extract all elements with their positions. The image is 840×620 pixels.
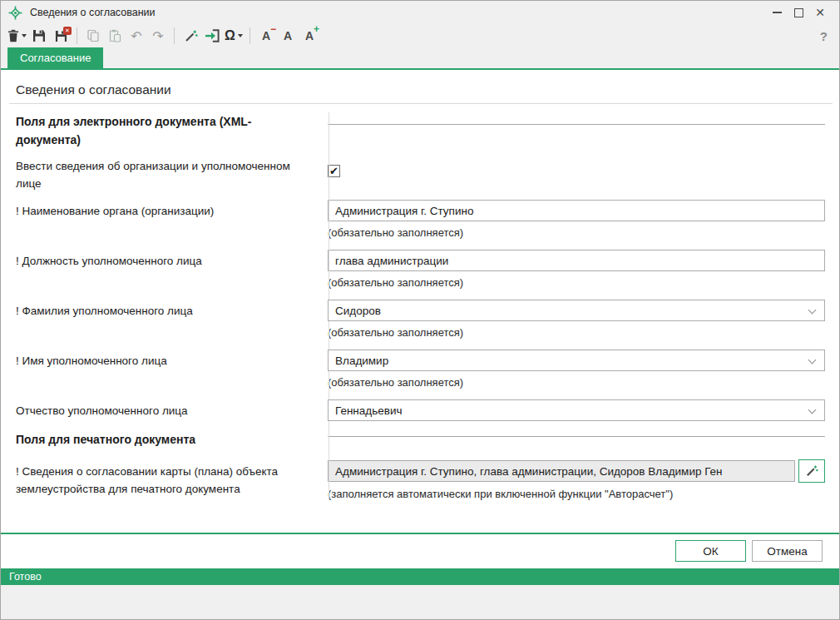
copy-icon [86, 29, 100, 42]
page-title: Сведения о согласовании [9, 82, 833, 104]
minimize-icon [773, 12, 782, 13]
dropdown-caret-icon [238, 34, 243, 37]
delete-button[interactable] [6, 25, 28, 47]
position-input[interactable] [328, 250, 825, 271]
section-separator-line [328, 436, 825, 437]
save-icon [32, 29, 46, 42]
help-button[interactable]: ? [820, 29, 828, 43]
magic-wand-icon [184, 29, 198, 43]
chevron-down-icon [808, 356, 817, 365]
toolbar: ✕ ↶ ↷ [1, 24, 839, 47]
toolbar-separator [174, 27, 175, 44]
paste-button-disabled[interactable] [104, 25, 126, 47]
patronymic-combobox[interactable]: Геннадьевич [328, 399, 825, 421]
field-label: Отчество уполномоченного лица [16, 399, 309, 419]
checkbox-label: Ввести сведения об организации и уполном… [16, 157, 309, 192]
font-decrease-button[interactable]: A− [255, 25, 277, 47]
autocalc-button[interactable] [798, 459, 825, 483]
import-button[interactable] [201, 25, 223, 47]
combobox-value: Владимир [335, 355, 388, 367]
content-area: Сведения о согласовании Поля для электро… [1, 70, 839, 533]
checkbox-row: Ввести сведения об организации и уполном… [1, 157, 839, 192]
save-and-close-button[interactable]: ✕ [50, 25, 72, 47]
field-caption: (обязательно заполняется) [328, 326, 825, 339]
font-increase-button[interactable]: A+ [299, 25, 320, 47]
close-icon: ✕ [815, 7, 825, 18]
title-bar: Сведения о согласовании ✕ [1, 1, 839, 24]
field-label: ! Фамилия уполномоченного лица [16, 300, 309, 320]
org-name-input[interactable] [328, 200, 825, 221]
magic-wand-icon [805, 464, 818, 478]
field-row-position: ! Должность уполномоченного лица (обязат… [1, 250, 839, 289]
chevron-down-icon [808, 306, 817, 315]
field-row-autofill: ! Сведения о согласовании карты (плана) … [1, 460, 839, 500]
maximize-icon [794, 8, 803, 17]
redo-button-disabled[interactable]: ↷ [147, 25, 169, 47]
field-label: ! Должность уполномоченного лица [16, 250, 309, 270]
paste-icon [108, 29, 121, 42]
minimize-button[interactable] [766, 3, 788, 22]
field-label: ! Наименование органа (организации) [16, 200, 309, 220]
undo-button-disabled[interactable]: ↶ [126, 25, 147, 47]
font-reset-icon: A [284, 29, 292, 42]
section2-title: Поля для печатного документа [16, 430, 309, 449]
autocalc-wand-button[interactable] [180, 25, 201, 47]
status-bar: Готово [1, 568, 839, 585]
field-row-surname: ! Фамилия уполномоченного лица Сидоров (… [1, 300, 839, 339]
checkmark-icon: ✔ [329, 166, 338, 176]
field-caption: (обязательно заполняется) [328, 226, 825, 239]
tab-bar: Согласование [1, 47, 839, 70]
toolbar-separator [77, 27, 77, 44]
field-label: ! Сведения о согласовании карты (плана) … [16, 460, 309, 498]
crosshair-app-icon [8, 6, 22, 20]
field-row-org-name: ! Наименование органа (организации) (обя… [1, 200, 839, 239]
red-x-badge-icon: ✕ [63, 27, 72, 35]
tab-soglasovanie[interactable]: Согласование [7, 47, 103, 68]
surname-combobox[interactable]: Сидоров [328, 300, 825, 321]
field-row-patronymic: Отчество уполномоченного лица Геннадьеви… [1, 399, 839, 421]
toolbar-separator [250, 27, 250, 44]
firstname-combobox[interactable]: Владимир [328, 350, 825, 371]
window: Сведения о согласовании ✕ [0, 0, 840, 620]
ok-button[interactable]: ОК [675, 540, 746, 562]
maximize-button[interactable] [788, 3, 809, 22]
window-bottom-strip [1, 585, 839, 620]
field-caption: (обязательно заполняется) [328, 276, 825, 289]
footer: ОК Отмена [1, 534, 839, 568]
status-text: Готово [9, 571, 42, 583]
section-header-row: Поля для электронного документа (XML-док… [1, 112, 839, 149]
copy-button-disabled[interactable] [82, 25, 104, 47]
dropdown-caret-icon [22, 34, 27, 37]
form: Поля для электронного документа (XML-док… [1, 112, 839, 500]
field-row-firstname: ! Имя уполномоченного лица Владимир (обя… [1, 350, 839, 389]
autofill-readonly-input [328, 460, 795, 482]
omega-icon: Ω [225, 28, 235, 43]
combobox-value: Сидоров [335, 305, 381, 317]
window-title: Сведения о согласовании [30, 7, 156, 18]
section-header-row: Поля для печатного документа [1, 430, 839, 449]
field-label: ! Имя уполномоченного лица [16, 350, 309, 370]
chevron-down-icon [808, 406, 817, 414]
field-caption: (заполняется автоматически при включенно… [328, 488, 825, 500]
cancel-button[interactable]: Отмена [752, 540, 823, 562]
font-decrease-icon: A− [262, 29, 270, 42]
arrow-into-box-icon [205, 29, 220, 42]
field-caption: (обязательно заполняется) [328, 376, 825, 389]
section-separator-line [328, 124, 825, 125]
combobox-value: Геннадьевич [335, 404, 403, 417]
font-increase-icon: A+ [305, 29, 314, 42]
section1-title: Поля для электронного документа (XML-док… [16, 112, 309, 149]
window-controls: ✕ [766, 3, 831, 22]
font-reset-button[interactable]: A [277, 25, 299, 47]
close-button[interactable]: ✕ [809, 3, 831, 22]
save-button[interactable] [28, 25, 50, 47]
special-symbols-button[interactable]: Ω [223, 25, 245, 47]
org-info-checkbox[interactable]: ✔ [328, 165, 340, 177]
trash-icon [7, 29, 19, 42]
